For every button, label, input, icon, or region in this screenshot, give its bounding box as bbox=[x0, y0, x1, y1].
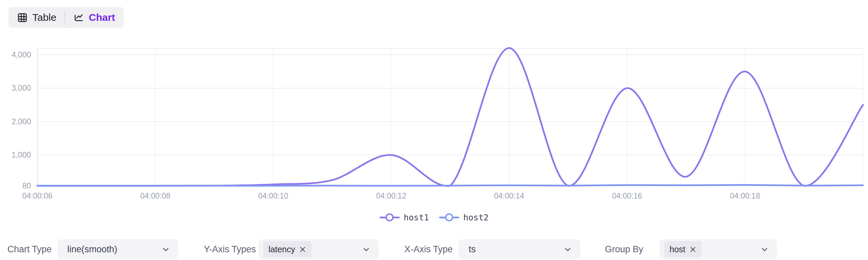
svg-text:04:00:14: 04:00:14 bbox=[494, 191, 525, 200]
y-axis-types-select[interactable]: latency bbox=[258, 239, 379, 259]
group-by-tag-host: host bbox=[664, 241, 702, 257]
x-axis-type-select[interactable]: ts bbox=[459, 239, 580, 259]
svg-text:4,000: 4,000 bbox=[11, 50, 31, 59]
chart-legend: host1 host2 bbox=[0, 210, 868, 225]
legend-label-host2: host2 bbox=[463, 213, 489, 222]
remove-tag-icon[interactable] bbox=[299, 246, 306, 253]
svg-text:04:00:16: 04:00:16 bbox=[612, 191, 642, 200]
group-by-select[interactable]: host bbox=[659, 239, 777, 259]
svg-text:04:00:06: 04:00:06 bbox=[22, 191, 53, 200]
x-axis-type-label: X-Axis Type bbox=[404, 239, 453, 259]
chart-type-select[interactable]: line(smooth) bbox=[57, 239, 178, 259]
legend-marker-host2 bbox=[439, 213, 459, 222]
y-axis-type-tag-latency: latency bbox=[263, 241, 312, 257]
legend-marker-host1 bbox=[379, 213, 400, 222]
remove-tag-icon[interactable] bbox=[689, 246, 696, 253]
svg-text:04:00:10: 04:00:10 bbox=[258, 191, 288, 200]
y-axis-types-label: Y-Axis Types bbox=[204, 239, 256, 259]
x-axis-type-value: ts bbox=[469, 244, 476, 255]
svg-text:04:00:12: 04:00:12 bbox=[376, 191, 406, 200]
svg-text:04:00:08: 04:00:08 bbox=[140, 191, 170, 200]
svg-text:80: 80 bbox=[22, 181, 31, 190]
chart-type-value: line(smooth) bbox=[67, 244, 117, 255]
chevron-down-icon bbox=[161, 245, 170, 254]
chevron-down-icon bbox=[563, 245, 572, 254]
chevron-down-icon bbox=[362, 245, 371, 254]
dashboard-root: Table Chart 801,0002,0003,0004,00004:00:… bbox=[0, 0, 868, 260]
group-by-label: Group By bbox=[605, 239, 643, 259]
chart-type-label: Chart Type bbox=[7, 239, 52, 259]
tag-label: host bbox=[670, 245, 685, 254]
svg-text:1,000: 1,000 bbox=[11, 150, 31, 159]
svg-text:04:00:18: 04:00:18 bbox=[730, 191, 760, 200]
tag-label: latency bbox=[269, 245, 295, 254]
legend-item-host2[interactable]: host2 bbox=[439, 213, 489, 222]
svg-text:3,000: 3,000 bbox=[11, 84, 31, 92]
chevron-down-icon bbox=[760, 245, 769, 254]
svg-text:2,000: 2,000 bbox=[11, 117, 31, 126]
legend-item-host1[interactable]: host1 bbox=[379, 213, 429, 222]
line-chart-canvas[interactable]: 801,0002,0003,0004,00004:00:0604:00:0804… bbox=[0, 0, 868, 208]
legend-label-host1: host1 bbox=[404, 213, 429, 222]
